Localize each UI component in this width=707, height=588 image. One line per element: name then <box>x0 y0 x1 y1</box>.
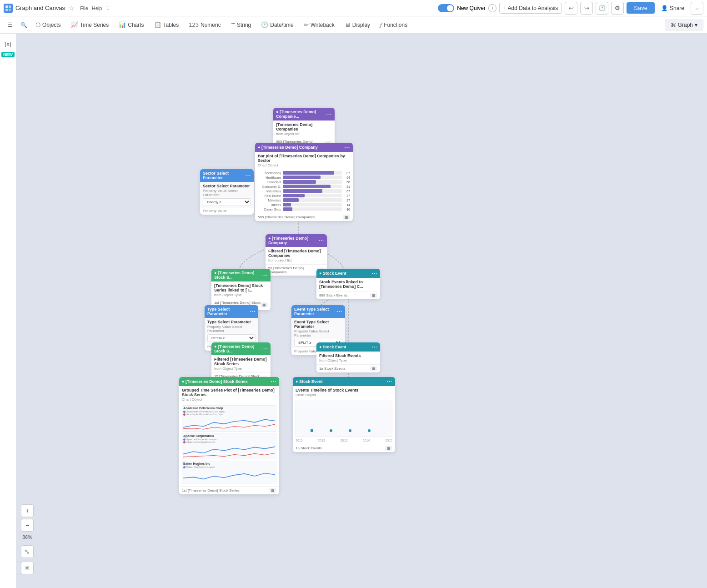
app-title: Graph and Canvas <box>15 5 65 11</box>
functions-icon: 𝑓 <box>380 21 382 29</box>
svg-rect-3 <box>9 9 11 11</box>
search-button[interactable]: 🔍 <box>17 19 30 31</box>
toolbar-writeback[interactable]: ✏ Writeback <box>299 20 339 30</box>
tables-icon: 📋 <box>154 21 161 28</box>
save-button[interactable]: Save <box>627 2 655 14</box>
tab-number: 1 <box>106 5 109 10</box>
settings-button[interactable]: ⚙ <box>611 2 624 15</box>
toolbar-charts[interactable]: 📊 Charts <box>114 20 148 30</box>
toolbar-tables[interactable]: 📋 Tables <box>150 20 184 30</box>
toolbar-objects[interactable]: ⬡ Objects <box>31 20 65 30</box>
toolbar-numeric[interactable]: 123 Numeric <box>184 20 225 30</box>
star-icon[interactable]: ☆ <box>69 5 75 12</box>
user-menu-button[interactable]: ≡ <box>691 2 703 15</box>
display-icon: 🖥 <box>345 21 351 28</box>
share-label: Share <box>670 5 684 11</box>
redo-button[interactable]: ↪ <box>580 2 593 15</box>
graph-chevron-icon: ▾ <box>695 22 697 28</box>
help-menu[interactable]: Help <box>92 5 102 11</box>
new-quiver-toggle[interactable]: New Quiver <box>438 4 486 12</box>
add-data-button[interactable]: + Add Data to Analysis <box>499 3 562 14</box>
charts-icon: 📊 <box>119 21 126 28</box>
graph-icon: ⌘ <box>671 22 676 28</box>
numeric-icon: 123 <box>189 21 199 28</box>
graph-view-button[interactable]: ⌘ Graph ▾ <box>665 20 703 30</box>
history-button[interactable]: 🕐 <box>596 2 608 15</box>
app-icon <box>4 4 13 13</box>
svg-rect-1 <box>9 5 11 8</box>
toolbar-datetime[interactable]: 🕐 Date/time <box>256 20 298 30</box>
undo-button[interactable]: ↩ <box>565 2 577 15</box>
writeback-icon: ✏ <box>304 21 309 28</box>
hamburger-button[interactable]: ☰ <box>4 19 16 31</box>
objects-icon: ⬡ <box>35 21 40 28</box>
file-menu[interactable]: File <box>80 5 88 11</box>
file-help-menu: File Help <box>80 5 102 11</box>
info-button[interactable]: i <box>488 4 496 12</box>
toolbar: ☰ 🔍 ⬡ Objects 📈 Time Series 📊 Charts 📋 T… <box>0 16 707 34</box>
timeseries-icon: 📈 <box>71 21 78 28</box>
toggle-switch[interactable] <box>438 4 454 12</box>
datetime-icon: 🕐 <box>261 21 268 28</box>
add-data-label: + Add Data to Analysis <box>503 5 558 11</box>
string-icon: "" <box>231 21 235 28</box>
topbar: Graph and Canvas ☆ File Help 1 New Quive… <box>0 0 707 16</box>
new-quiver-label: New Quiver <box>457 5 486 11</box>
share-button[interactable]: 👤 Share <box>657 3 688 13</box>
toolbar-display[interactable]: 🖥 Display <box>340 20 375 30</box>
svg-rect-2 <box>5 9 8 11</box>
toolbar-string[interactable]: "" String <box>226 20 256 30</box>
toolbar-functions[interactable]: 𝑓 Functions <box>376 20 412 30</box>
toolbar-time-series[interactable]: 📈 Time Series <box>66 20 114 30</box>
svg-rect-0 <box>5 5 8 8</box>
